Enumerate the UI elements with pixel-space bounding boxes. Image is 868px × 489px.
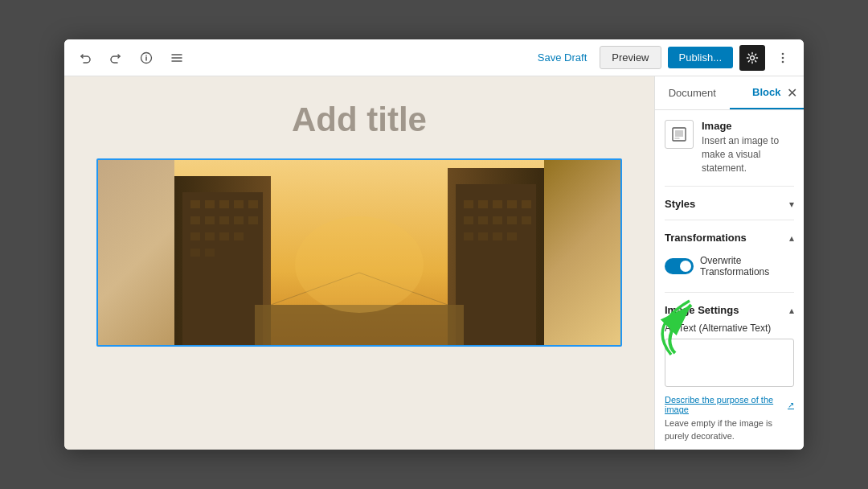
redo-button[interactable] [104,47,127,69]
divider-2 [665,292,794,293]
sidebar-tabs: Document Block ✕ [655,76,804,110]
block-info: Image Insert an image to make a visual s… [665,120,794,187]
image-block[interactable]: Image [96,158,622,347]
toolbar-right: Save Draft Preview Publish... [531,45,794,71]
overwrite-toggle[interactable] [665,258,694,274]
svg-rect-41 [464,232,473,240]
page-title[interactable]: Add title [96,101,622,139]
alt-text-label: Alt Text (Alternative Text) [665,323,794,334]
image-settings-label: Image Settings [665,304,739,316]
svg-rect-14 [205,200,215,208]
publish-button[interactable]: Publish... [668,47,733,68]
svg-rect-32 [478,200,488,208]
image-settings-chevron-icon: ▴ [789,305,794,316]
svg-rect-33 [493,200,502,208]
svg-rect-16 [234,200,244,208]
toolbar-left [74,47,525,69]
svg-rect-25 [219,232,229,240]
settings-button[interactable] [739,45,765,71]
svg-rect-12 [182,192,263,345]
sidebar-panel: Document Block ✕ Image I [654,76,804,450]
image-settings-section-header[interactable]: Image Settings ▴ [665,296,794,323]
svg-rect-40 [522,216,531,224]
svg-rect-28 [205,249,215,257]
describe-purpose-text: Describe the purpose of the image [665,395,786,414]
main-area: Add title Image [64,76,804,450]
svg-rect-35 [522,200,531,208]
block-icon [665,120,694,149]
alt-text-input[interactable] [665,339,794,387]
preview-button[interactable]: Preview [600,46,661,69]
svg-point-9 [782,60,784,63]
svg-rect-50 [675,130,683,137]
svg-rect-24 [205,232,215,240]
svg-rect-20 [219,216,229,224]
svg-point-2 [145,55,147,56]
block-info-text: Image Insert an image to make a visual s… [702,120,794,175]
svg-point-48 [295,216,424,313]
more-options-button[interactable] [772,47,794,69]
sidebar-content: Image Insert an image to make a visual s… [655,110,804,450]
save-draft-button[interactable]: Save Draft [531,47,593,68]
block-name: Image [702,120,794,132]
styles-section-header[interactable]: Styles ▾ [665,190,794,216]
svg-rect-17 [248,200,258,208]
styles-label: Styles [665,198,695,210]
svg-rect-15 [219,200,229,208]
transformations-label: Transformations [665,232,747,244]
svg-rect-22 [248,216,258,224]
svg-rect-21 [234,216,244,224]
divider-1 [665,220,794,220]
block-description: Insert an image to make a visual stateme… [702,134,794,175]
overwrite-toggle-row: Overwrite Transformations [665,255,794,277]
svg-rect-27 [190,249,200,257]
svg-rect-23 [190,232,200,240]
svg-rect-38 [493,216,502,224]
svg-rect-19 [205,216,215,224]
info-button[interactable] [135,47,158,69]
external-link-icon: ↗ [788,401,794,409]
close-sidebar-button[interactable]: ✕ [787,87,797,100]
tab-document[interactable]: Document [655,76,730,109]
list-view-button[interactable] [166,47,188,69]
svg-point-8 [782,56,784,59]
svg-rect-36 [464,216,473,224]
image-placeholder [98,160,620,345]
svg-rect-44 [507,232,517,240]
svg-rect-31 [464,200,473,208]
svg-rect-42 [478,232,488,240]
image-settings-body: Alt Text (Alternative Text) Describe the… [665,323,794,449]
toolbar: Save Draft Preview Publish... [64,39,804,76]
editor-area: Add title Image [64,76,654,450]
undo-button[interactable] [74,47,96,69]
svg-rect-26 [234,232,244,240]
transformations-chevron-icon: ▴ [789,232,794,244]
svg-rect-13 [190,200,200,208]
svg-rect-34 [507,200,517,208]
alt-text-hint: Leave empty if the image is purely decor… [665,417,794,442]
transformations-section-header[interactable]: Transformations ▴ [665,224,794,250]
styles-chevron-icon: ▾ [789,199,794,210]
svg-rect-43 [493,232,502,240]
svg-point-6 [751,55,755,60]
svg-rect-37 [478,216,488,224]
overwrite-label: Overwrite Transformations [700,255,794,277]
svg-rect-39 [507,216,517,224]
svg-rect-18 [190,216,200,224]
transformations-body: Overwrite Transformations [665,255,794,289]
svg-point-7 [782,52,784,55]
describe-purpose-link[interactable]: Describe the purpose of the image ↗ [665,395,794,414]
